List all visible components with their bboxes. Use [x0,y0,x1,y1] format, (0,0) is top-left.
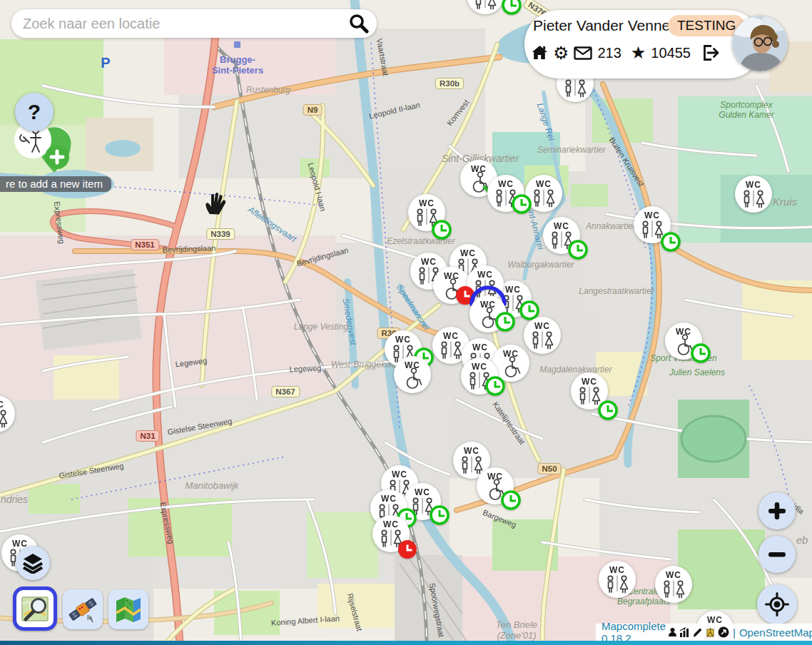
svg-text:WC: WC [392,469,407,479]
edit-pencil-icon[interactable] [692,627,703,638]
svg-text:WC: WC [472,342,488,352]
landmark-icon[interactable] [705,627,716,638]
search-input[interactable] [11,16,348,32]
help-button[interactable]: ? [15,93,54,131]
changeset-count[interactable]: 10455 [651,45,691,61]
svg-text:WC: WC [415,487,430,497]
svg-text:WC: WC [443,331,459,341]
road-shield: N9 [303,104,323,116]
map-canvas[interactable]: PBrugge- Sint-PietersRustenburgExpresswe… [0,0,812,645]
attribution-separator: | [733,626,736,639]
road-shield: N339 [206,228,235,240]
minus-icon [767,544,787,564]
zoom-out-button[interactable] [758,536,796,573]
svg-text:WC: WC [477,270,493,280]
style-osm-carto-button[interactable] [13,586,57,631]
svg-text:WC: WC [0,400,4,410]
svg-text:WC: WC [582,377,597,387]
wc-marker[interactable]: WC [654,565,693,604]
opening-hours-badge [501,0,522,16]
plus-icon [767,501,787,521]
svg-text:WC: WC [644,210,660,220]
opening-hours-badge [690,342,711,364]
contributor-icon[interactable] [668,627,677,637]
svg-text:WC: WC [419,198,435,208]
svg-text:WC: WC [464,446,479,456]
svg-text:WC: WC [383,519,399,529]
opening-hours-badge [429,504,450,526]
style-map-button[interactable] [108,589,148,629]
svg-text:WC: WC [460,248,476,258]
road-shield: N50 [537,463,561,474]
attribution-bar: Mapcomplete 0.18.2 | OpenStreetMap [596,624,812,641]
svg-text:WC: WC [534,321,550,331]
opening-hours-badge [500,489,522,511]
messages-count[interactable]: 213 [597,45,621,61]
user-avatar[interactable] [732,16,788,71]
wc-marker[interactable]: WC [393,355,432,394]
search-icon[interactable] [348,13,370,34]
crosshair-icon [765,592,789,616]
gear-icon[interactable]: ⚙ [553,45,569,61]
road-shield: N31 [136,430,159,442]
opening-hours-badge [484,375,506,397]
svg-text:WC: WC [498,179,514,189]
user-name: Pieter Vander Vennet [533,17,674,34]
svg-text:WC: WC [395,335,411,345]
avatar-photo [732,16,788,71]
style-satellite-button[interactable] [63,589,103,629]
user-panel: Pieter Vander Vennet TESTING ⚙ 213 ★ 104… [524,10,762,78]
opening-hours-badge [397,539,418,560]
svg-text:WC: WC [421,257,437,267]
layers-button[interactable] [16,546,50,580]
hand-cursor-icon [203,190,225,217]
layers-icon [22,552,44,574]
search-bar [11,9,377,38]
svg-text:WC: WC [554,221,569,231]
zoom-in-button[interactable] [758,492,796,529]
opening-hours-badge [511,193,532,215]
statistics-icon[interactable] [679,627,690,637]
logout-icon[interactable] [701,44,720,61]
star-icon[interactable]: ★ [631,45,646,61]
geolocate-button[interactable] [757,584,797,624]
openstreetmap-link[interactable]: OpenStreetMap [739,626,812,639]
svg-text:WC: WC [609,565,625,575]
wc-marker[interactable]: WC [466,0,504,15]
opening-hours-badge [660,231,681,253]
svg-text:WC: WC [472,362,487,372]
add-item-tooltip: re to add a new item [0,176,111,192]
osm-carto-icon [20,594,50,624]
help-label: ? [28,100,41,124]
home-icon[interactable] [532,45,548,61]
mapillary-icon[interactable] [718,626,729,638]
folded-map-icon [113,594,143,624]
svg-text:WC: WC [666,570,681,580]
opening-hours-badge [597,400,619,421]
satellite-icon [67,594,98,625]
road-shield: N367 [271,386,300,397]
road-shield: N351 [131,239,159,250]
wc-marker[interactable]: WC [734,175,773,213]
opening-hours-badge [494,311,516,332]
mapcomplete-app: PBrugge- Sint-PietersRustenburgExpresswe… [0,0,812,645]
svg-text:WC: WC [536,179,552,189]
wc-marker[interactable]: WC [598,560,636,599]
svg-text:WC: WC [746,180,761,190]
road-shield: R30b [435,78,464,89]
bottom-accent-strip [0,641,812,645]
envelope-icon[interactable] [574,46,592,60]
opening-hours-badge [567,239,589,260]
opening-hours-badge [431,219,452,240]
wc-marker[interactable]: WC [0,395,16,433]
svg-text:WC: WC [381,494,397,504]
